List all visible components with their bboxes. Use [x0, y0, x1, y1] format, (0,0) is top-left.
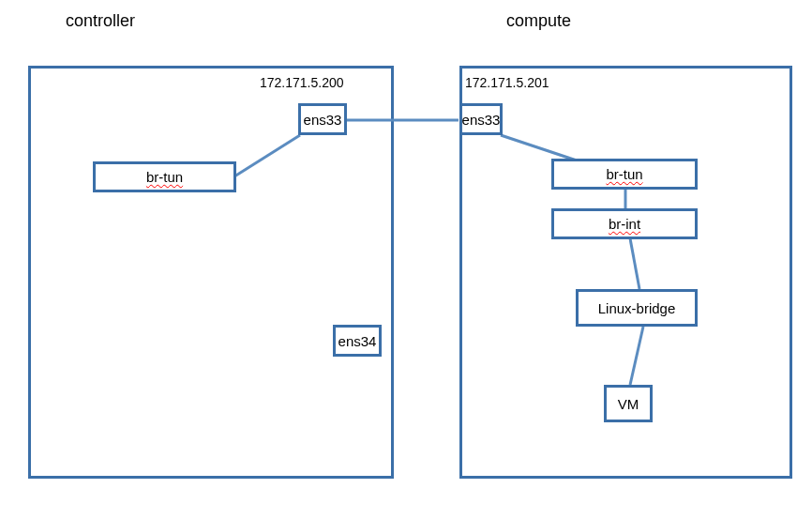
controller-br-tun-node: br-tun	[93, 161, 236, 192]
controller-ens33-node: ens33	[298, 103, 347, 135]
compute-br-int-node: br-int	[551, 208, 698, 239]
compute-br-tun-text: br-tun	[606, 166, 642, 182]
compute-br-int-text: br-int	[609, 216, 640, 232]
compute-vm-node: VM	[604, 385, 653, 422]
controller-ens34-node: ens34	[333, 325, 382, 357]
compute-title: compute	[506, 11, 571, 31]
controller-br-tun-text: br-tun	[146, 169, 183, 185]
compute-br-tun-node: br-tun	[551, 159, 698, 190]
compute-ip-label: 172.171.5.201	[465, 75, 549, 90]
controller-ip-label: 172.171.5.200	[260, 75, 344, 90]
compute-linux-bridge-node: Linux-bridge	[576, 289, 698, 327]
compute-ens33-node: ens33	[459, 103, 503, 135]
controller-title: controller	[66, 11, 135, 31]
